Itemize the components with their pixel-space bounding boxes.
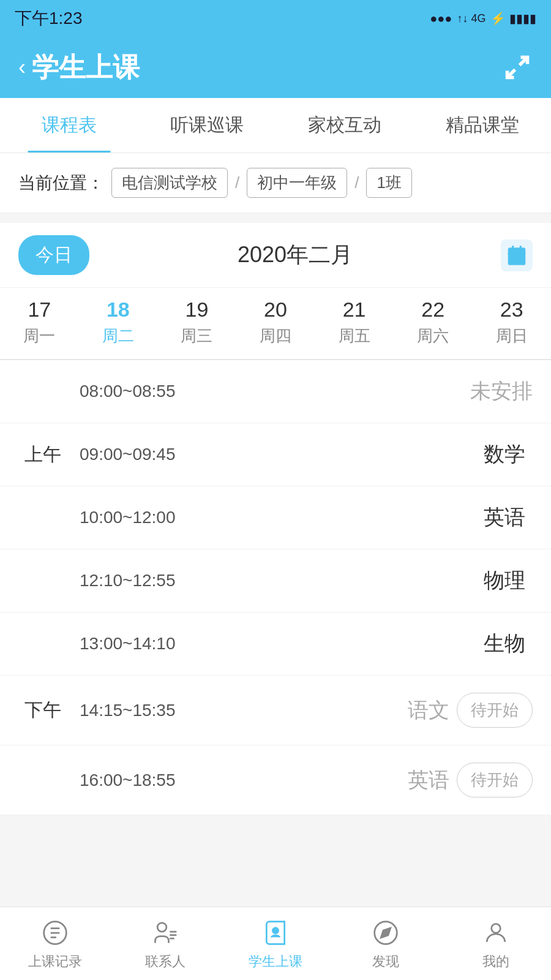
tab-bar: 课程表 听课巡课 家校互动 精品课堂: [0, 98, 551, 153]
week-cell-mon[interactable]: 17 周一: [0, 288, 79, 359]
schedule-row-2[interactable]: 上午 09:00~09:45 数学: [0, 423, 551, 486]
location-sep-1: /: [235, 173, 239, 192]
week-cell-sat[interactable]: 22 周六: [394, 288, 473, 359]
app-header: ‹ 学生上课: [0, 37, 551, 98]
status-time: 下午1:23: [15, 7, 83, 30]
nav-student-class[interactable]: 学生上课: [220, 917, 331, 971]
subject-2: 数学: [459, 440, 533, 469]
battery-icon: ⚡ ▮▮▮▮: [490, 11, 536, 26]
nav-contacts[interactable]: 联系人: [110, 917, 220, 971]
schedule-row-5[interactable]: 13:00~14:10 生物: [0, 612, 551, 676]
svg-point-10: [157, 922, 167, 932]
bottom-nav: 上课记录 联系人 学生上课: [0, 907, 551, 980]
fullscreen-button[interactable]: [502, 52, 533, 83]
week-row: 17 周一 18 周二 19 周三 20 周四 21 周五 22 周六 23 周…: [0, 288, 551, 360]
svg-rect-8: [520, 257, 523, 260]
student-class-icon: [260, 917, 291, 949]
school-tag[interactable]: 电信测试学校: [111, 168, 228, 198]
schedule-row-4[interactable]: 12:10~12:55 物理: [0, 549, 551, 612]
location-label: 当前位置：: [18, 172, 104, 195]
week-cell-fri[interactable]: 21 周五: [315, 288, 394, 359]
tab-jiaxiao[interactable]: 家校互动: [276, 98, 413, 153]
svg-point-14: [272, 927, 279, 933]
page-title: 学生上课: [32, 50, 140, 86]
month-title: 2020年二月: [238, 240, 353, 270]
svg-rect-7: [515, 257, 519, 260]
contacts-label: 联系人: [145, 952, 186, 971]
class-record-icon: [39, 917, 71, 949]
tab-kechengbiao[interactable]: 课程表: [0, 98, 138, 153]
mine-icon: [480, 917, 512, 949]
status-bar: 下午1:23 ●●● ↑↓ 4G ⚡ ▮▮▮▮: [0, 0, 551, 37]
calendar-header: 今日 2020年二月: [0, 223, 551, 288]
schedule-row-3[interactable]: 10:00~12:00 英语: [0, 486, 551, 549]
class-record-label: 上课记录: [28, 952, 82, 971]
location-bar: 当前位置： 电信测试学校 / 初中一年级 / 1班: [0, 153, 551, 213]
nav-discover[interactable]: 发现: [331, 917, 441, 971]
subject-7: 英语: [383, 766, 457, 794]
time-slot-2: 09:00~09:45: [67, 445, 459, 464]
tab-jingpin[interactable]: 精品课堂: [413, 98, 551, 153]
week-cell-tue[interactable]: 18 周二: [79, 288, 158, 359]
subject-1: 未安排: [446, 377, 533, 405]
subject-5: 生物: [459, 630, 533, 658]
schedule-row-7[interactable]: 16:00~18:55 英语 待开始: [0, 745, 551, 815]
time-slot-4: 12:10~12:55: [67, 571, 459, 590]
week-cell-sun[interactable]: 23 周日: [472, 288, 551, 359]
schedule-row-6[interactable]: 下午 14:15~15:35 语文 待开始: [0, 676, 551, 745]
calendar-icon: [505, 244, 528, 267]
time-slot-6: 14:15~15:35: [67, 701, 383, 720]
schedule-row-1[interactable]: 08:00~08:55 未安排: [0, 360, 551, 423]
calendar-picker-button[interactable]: [501, 239, 533, 271]
time-slot-1: 08:00~08:55: [67, 382, 446, 401]
nav-class-record[interactable]: 上课记录: [0, 917, 110, 971]
network-icon: ↑↓ 4G: [457, 12, 485, 25]
location-sep-2: /: [354, 173, 359, 192]
header-left: ‹ 学生上课: [18, 50, 140, 86]
main-content: 当前位置： 电信测试学校 / 初中一年级 / 1班 今日 2020年二月 17 …: [0, 153, 551, 895]
contacts-icon: [149, 917, 181, 949]
mine-label: 我的: [482, 952, 509, 971]
time-slot-7: 16:00~18:55: [67, 771, 383, 790]
subject-4: 物理: [459, 567, 533, 595]
schedule-container: 08:00~08:55 未安排 上午 09:00~09:45 数学 10:00~…: [0, 360, 551, 815]
svg-point-17: [492, 924, 501, 933]
svg-rect-6: [512, 257, 515, 260]
subject-3: 英语: [459, 503, 533, 532]
svg-rect-2: [508, 247, 526, 265]
time-slot-5: 13:00~14:10: [67, 634, 459, 654]
morning-label: 上午: [18, 442, 67, 467]
status-badge-6[interactable]: 待开始: [457, 693, 533, 728]
week-cell-wed[interactable]: 19 周三: [157, 288, 236, 359]
discover-icon: [370, 917, 402, 949]
student-class-label: 学生上课: [249, 952, 302, 971]
nav-mine[interactable]: 我的: [441, 917, 551, 971]
svg-marker-16: [381, 928, 391, 938]
grade-tag[interactable]: 初中一年级: [247, 168, 347, 198]
class-tag[interactable]: 1班: [366, 168, 411, 198]
subject-6: 语文: [383, 696, 457, 725]
status-badge-7[interactable]: 待开始: [457, 763, 533, 797]
discover-label: 发现: [372, 952, 399, 971]
time-slot-3: 10:00~12:00: [67, 508, 459, 527]
signal-icon: ●●●: [430, 12, 452, 26]
fullscreen-icon: [504, 54, 531, 81]
afternoon-label: 下午: [18, 698, 67, 723]
week-cell-thu[interactable]: 20 周四: [236, 288, 315, 359]
back-button[interactable]: ‹: [18, 55, 26, 80]
status-icons: ●●● ↑↓ 4G ⚡ ▮▮▮▮: [430, 11, 536, 26]
tab-tingke[interactable]: 听课巡课: [138, 98, 276, 153]
today-button[interactable]: 今日: [18, 235, 89, 275]
